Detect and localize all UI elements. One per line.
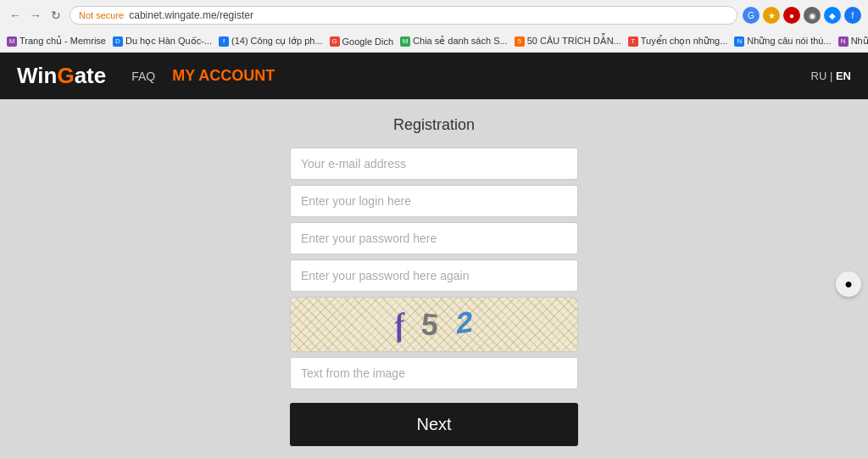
security-indicator: Not secure	[79, 10, 124, 20]
bookmark-chia-se[interactable]: M Chia sẻ danh sách S...	[400, 36, 508, 47]
nav-buttons: ← → ↻	[7, 7, 64, 24]
bookmark-memrise[interactable]: M Trang chủ - Memrise	[7, 36, 106, 47]
registration-title: Registration	[290, 116, 578, 134]
floating-help-icon[interactable]: ●	[836, 271, 861, 297]
password-confirm-field[interactable]	[290, 260, 578, 292]
browser-toolbar: ← → ↻ Not secure cabinet.wingate.me/regi…	[0, 0, 868, 31]
registration-box: Registration f 5 2 Next Authentication |…	[290, 116, 578, 458]
bookmark-tuyen-chon-icon: T	[628, 36, 638, 47]
extension-icon-3[interactable]: ◉	[804, 7, 821, 24]
profile-icon[interactable]: f	[844, 7, 861, 24]
login-field[interactable]	[290, 185, 578, 217]
bookmark-nhung-cau[interactable]: N Những câu nói thú...	[734, 36, 831, 47]
nav-bar: WinGate FAQ MY ACCOUNT RU | EN	[0, 53, 868, 99]
next-button[interactable]: Next	[290, 403, 578, 446]
logo-win: Win	[17, 63, 57, 88]
refresh-button[interactable]: ↻	[47, 7, 64, 24]
logo: WinGate	[17, 63, 106, 89]
bookmark-nhung-cau-icon: N	[734, 36, 744, 47]
bookmark-50cau[interactable]: 5 50 CÂU TRÍCH DẪN...	[515, 36, 621, 47]
captcha-char-1: f	[392, 305, 408, 344]
bookmark-tuyen-chon[interactable]: T Tuyển chọn những...	[628, 36, 728, 47]
nav-faq[interactable]: FAQ	[131, 70, 155, 83]
logo-g: G	[57, 63, 74, 88]
bookmark-google-dich[interactable]: G Google Dich	[330, 36, 394, 47]
nav-my-account[interactable]: MY ACCOUNT	[172, 67, 275, 85]
nav-language: RU | EN	[811, 70, 851, 82]
bookmark-google-dich-icon: G	[330, 36, 340, 47]
google-icon[interactable]: G	[743, 7, 760, 24]
browser-icons: G ★ ● ◉ ◆ f	[743, 7, 861, 24]
forward-button[interactable]: →	[27, 7, 44, 24]
captcha-input[interactable]	[290, 357, 578, 389]
app-wrapper: WinGate FAQ MY ACCOUNT RU | EN Registrat…	[0, 53, 868, 458]
captcha-image: f 5 2	[290, 297, 578, 352]
email-field[interactable]	[290, 148, 578, 180]
back-button[interactable]: ←	[7, 7, 24, 24]
lang-separator: |	[830, 70, 836, 82]
extension-icon-2[interactable]: ●	[783, 7, 800, 24]
password-field[interactable]	[290, 222, 578, 254]
browser-chrome: ← → ↻ Not secure cabinet.wingate.me/regi…	[0, 0, 868, 53]
bookmark-duhoc[interactable]: D Du học Hàn Quốc-...	[113, 36, 212, 47]
bookmark-slogan[interactable]: N Những câu slogan....	[838, 36, 868, 47]
address-bar[interactable]: Not secure cabinet.wingate.me/register	[70, 6, 737, 25]
bookmark-chia-se-icon: M	[400, 36, 410, 47]
logo-ate: ate	[75, 63, 107, 88]
bookmark-facebook-icon: f	[219, 36, 229, 47]
bookmark-duhoc-icon: D	[113, 36, 123, 47]
captcha-characters: f 5 2	[377, 307, 491, 343]
lang-ru[interactable]: RU	[811, 70, 827, 82]
nav-links: FAQ MY ACCOUNT	[131, 67, 275, 85]
main-content: Registration f 5 2 Next Authentication |…	[0, 99, 868, 458]
captcha-char-2: 5	[420, 306, 440, 344]
lang-en[interactable]: EN	[836, 70, 851, 82]
extension-icon-1[interactable]: ★	[763, 7, 780, 24]
bookmark-memrise-icon: M	[7, 36, 17, 47]
bookmark-slogan-icon: N	[838, 36, 849, 47]
bookmarks-bar: M Trang chủ - Memrise D Du học Hàn Quốc-…	[0, 31, 868, 53]
captcha-char-3: 2	[453, 306, 476, 344]
bookmark-50cau-icon: 5	[515, 36, 525, 47]
extension-icon-4[interactable]: ◆	[824, 7, 841, 24]
url-text: cabinet.wingate.me/register	[129, 9, 253, 21]
bookmark-facebook[interactable]: f (14) Công cụ lớp ph...	[219, 36, 323, 47]
